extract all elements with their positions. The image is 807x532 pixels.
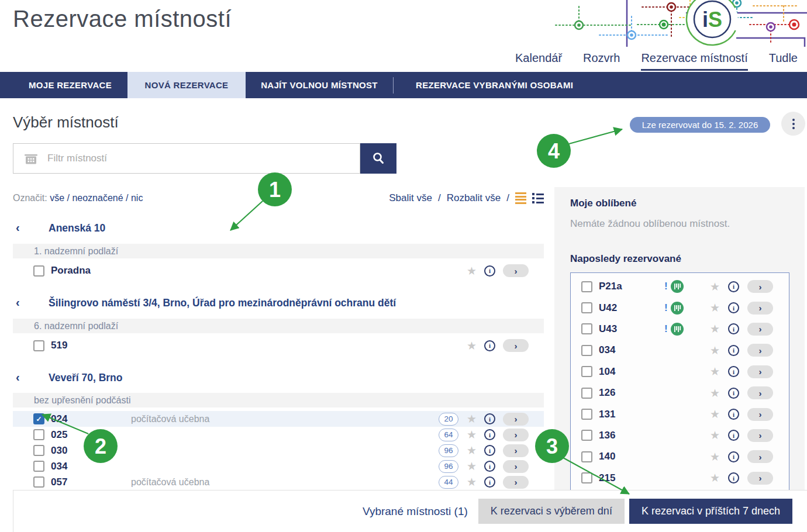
room-checkbox[interactable] <box>33 476 44 488</box>
room-name[interactable]: 136 <box>599 430 664 441</box>
favorite-star-icon[interactable]: ★ <box>710 388 720 399</box>
nav-tudle[interactable]: Tudle <box>769 51 798 71</box>
reserve-next7-button[interactable]: K rezervaci v příštích 7 dnech <box>629 499 792 524</box>
building-name[interactable]: Šilingrovo náměstí 3/4, Brno, Úřad pro m… <box>49 297 396 309</box>
room-detail-chevron[interactable]: › <box>503 444 529 457</box>
room-detail-chevron[interactable]: › <box>747 344 773 357</box>
favorite-star-icon[interactable]: ★ <box>467 429 477 440</box>
room-row[interactable]: Poradna ★ i › <box>13 262 544 279</box>
recent-room-row[interactable]: 136 ★ i › <box>571 425 789 446</box>
room-name[interactable]: 126 <box>599 387 664 399</box>
favorite-star-icon[interactable]: ★ <box>710 281 720 292</box>
room-checkbox-checked[interactable]: ✓ <box>33 413 44 424</box>
room-checkbox[interactable] <box>581 472 592 483</box>
selected-rooms-link[interactable]: Vybrané místnosti (1) <box>363 505 468 518</box>
room-checkbox[interactable] <box>581 430 592 441</box>
room-checkbox[interactable] <box>581 302 592 313</box>
favorite-star-icon[interactable]: ★ <box>467 265 477 277</box>
room-checkbox[interactable] <box>33 461 44 472</box>
detail-view-icon[interactable] <box>532 193 544 203</box>
room-detail-chevron[interactable]: › <box>747 302 773 315</box>
room-name[interactable]: 030 <box>51 445 131 457</box>
room-checkbox[interactable] <box>33 429 44 440</box>
room-name[interactable]: U43 <box>599 323 664 335</box>
room-row[interactable]: 025 64 ★ i › <box>13 427 544 443</box>
favorite-star-icon[interactable]: ★ <box>710 472 720 483</box>
recent-room-row[interactable]: 104 ★ i › <box>571 361 789 382</box>
room-row[interactable]: 030 96 ★ i › <box>13 443 544 458</box>
room-name[interactable]: 215 <box>599 472 664 484</box>
tab-rezervace-vybranymi-osobami[interactable]: REZERVACE VYBRANÝMI OSOBAMI <box>394 72 595 98</box>
nav-rezervace-mistnosti[interactable]: Rezervace místností <box>641 51 747 71</box>
room-detail-chevron[interactable]: › <box>503 264 529 277</box>
info-icon[interactable]: i <box>728 302 739 313</box>
recent-room-row[interactable]: 034 ★ i › <box>571 340 789 361</box>
recent-room-row[interactable]: 140 ★ i › <box>571 446 789 467</box>
room-name[interactable]: 104 <box>599 366 664 378</box>
recent-room-row[interactable]: 126 ★ i › <box>571 382 789 403</box>
room-checkbox[interactable] <box>581 409 592 420</box>
favorite-star-icon[interactable]: ★ <box>710 302 720 313</box>
mark-unmarked-link[interactable]: neoznačené <box>72 193 123 203</box>
room-row[interactable]: 034 96 ★ i › <box>13 458 544 474</box>
collapse-chevron-icon[interactable]: ‹ <box>16 221 25 234</box>
kebab-menu-button[interactable] <box>781 112 805 136</box>
info-icon[interactable]: i <box>728 281 739 292</box>
mark-none-link[interactable]: nic <box>131 193 143 203</box>
room-name[interactable]: 057 <box>51 476 131 488</box>
favorite-star-icon[interactable]: ★ <box>467 413 477 424</box>
tab-moje-rezervace[interactable]: MOJE REZERVACE <box>13 72 127 98</box>
room-detail-chevron[interactable]: › <box>747 450 773 463</box>
search-button[interactable] <box>360 143 396 174</box>
building-header-veveri[interactable]: ‹ Veveří 70, Brno <box>13 371 544 384</box>
collapse-all-link[interactable]: Sbalit vše <box>389 192 432 204</box>
info-icon[interactable]: i <box>484 413 495 424</box>
info-icon[interactable]: i <box>484 461 495 472</box>
reserve-pick-days-button[interactable]: K rezervaci s výběrem dní <box>478 499 625 524</box>
info-icon[interactable]: i <box>728 430 739 441</box>
tab-najit-volnou-mistnost[interactable]: NAJÍT VOLNOU MÍSTNOST <box>246 72 393 98</box>
room-row[interactable]: 519 ★ i › <box>13 337 544 354</box>
building-header-anenska[interactable]: ‹ Anenská 10 <box>13 221 544 234</box>
favorite-star-icon[interactable]: ★ <box>710 366 720 377</box>
room-name[interactable]: 034 <box>599 344 664 356</box>
room-name[interactable]: U42 <box>599 302 664 314</box>
collapse-chevron-icon[interactable]: ‹ <box>16 296 25 309</box>
favorite-star-icon[interactable]: ★ <box>467 445 477 456</box>
room-detail-chevron[interactable]: › <box>747 280 773 293</box>
room-name[interactable]: 034 <box>51 461 131 472</box>
recent-room-row[interactable]: 215 ★ i › <box>571 468 789 489</box>
room-detail-chevron[interactable]: › <box>747 408 773 421</box>
recent-room-row[interactable]: U43 ! ★ i › <box>571 319 789 340</box>
favorite-star-icon[interactable]: ★ <box>467 340 477 351</box>
room-detail-chevron[interactable]: › <box>503 413 529 426</box>
info-icon[interactable]: i <box>728 366 739 377</box>
room-name[interactable]: 024 <box>51 413 131 425</box>
building-name[interactable]: Anenská 10 <box>49 222 105 234</box>
room-name[interactable]: 025 <box>51 429 131 441</box>
room-row-selected[interactable]: ✓ 024 počítačová učebna 20 ★ i › <box>13 411 544 427</box>
info-icon[interactable]: i <box>728 388 739 399</box>
info-icon[interactable]: i <box>728 323 739 334</box>
info-icon[interactable]: i <box>728 451 739 462</box>
expand-all-link[interactable]: Rozbalit vše <box>447 192 501 204</box>
info-icon[interactable]: i <box>484 429 495 440</box>
room-detail-chevron[interactable]: › <box>503 476 529 489</box>
recent-room-row[interactable]: 131 ★ i › <box>571 403 789 424</box>
room-detail-chevron[interactable]: › <box>503 460 529 473</box>
mark-all-link[interactable]: vše <box>50 193 64 203</box>
info-icon[interactable]: i <box>728 409 739 420</box>
favorite-star-icon[interactable]: ★ <box>467 461 477 472</box>
favorite-star-icon[interactable]: ★ <box>710 345 720 356</box>
room-name[interactable]: P21a <box>599 281 664 292</box>
recent-room-row[interactable]: P21a ! ★ i › <box>571 276 789 297</box>
room-detail-chevron[interactable]: › <box>747 323 773 336</box>
info-icon[interactable]: i <box>484 476 495 488</box>
favorite-star-icon[interactable]: ★ <box>710 451 720 462</box>
favorite-star-icon[interactable]: ★ <box>710 409 720 420</box>
compact-view-icon[interactable] <box>515 192 526 204</box>
room-name[interactable]: Poradna <box>51 265 438 277</box>
room-name[interactable]: 131 <box>599 409 664 420</box>
room-detail-chevron[interactable]: › <box>503 339 529 352</box>
room-filter-input[interactable] <box>46 152 329 165</box>
